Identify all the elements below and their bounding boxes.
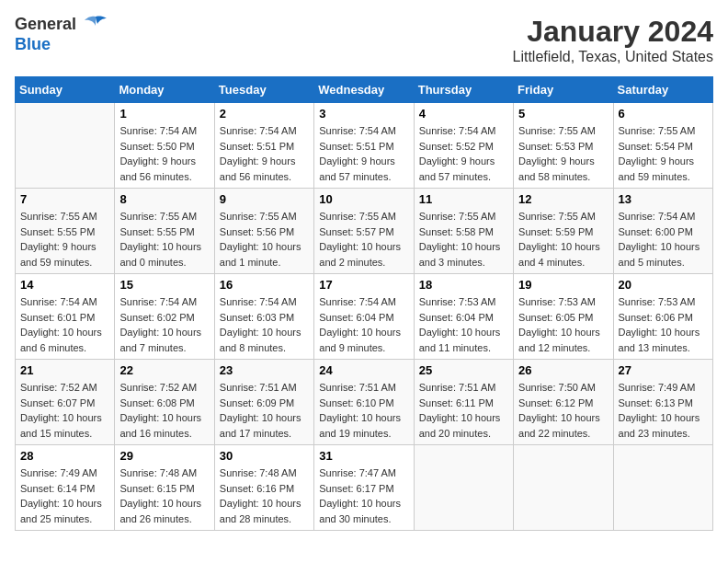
day-number: 13 bbox=[619, 192, 708, 206]
cell-content: Sunrise: 7:54 AMSunset: 6:01 PMDaylight:… bbox=[20, 294, 109, 355]
cell-content: Sunrise: 7:47 AMSunset: 6:17 PMDaylight:… bbox=[319, 465, 408, 526]
day-number: 27 bbox=[619, 363, 708, 377]
logo-text: General bbox=[15, 15, 108, 35]
cell-content: Sunrise: 7:49 AMSunset: 6:14 PMDaylight:… bbox=[20, 465, 109, 526]
day-number: 12 bbox=[518, 192, 608, 206]
calendar-cell: 23Sunrise: 7:51 AMSunset: 6:09 PMDayligh… bbox=[214, 360, 313, 445]
day-number: 31 bbox=[319, 449, 408, 463]
cell-content: Sunrise: 7:48 AMSunset: 6:16 PMDaylight:… bbox=[220, 465, 309, 526]
calendar-cell: 17Sunrise: 7:54 AMSunset: 6:04 PMDayligh… bbox=[314, 274, 414, 360]
calendar-cell: 18Sunrise: 7:53 AMSunset: 6:04 PMDayligh… bbox=[414, 274, 513, 360]
calendar-cell: 30Sunrise: 7:48 AMSunset: 6:16 PMDayligh… bbox=[214, 445, 313, 531]
title-block: January 2024 Littlefield, Texas, United … bbox=[513, 15, 714, 65]
calendar-cell: 10Sunrise: 7:55 AMSunset: 5:57 PMDayligh… bbox=[314, 189, 414, 274]
weekday-header-saturday: Saturday bbox=[613, 77, 712, 103]
weekday-header-sunday: Sunday bbox=[16, 77, 115, 103]
day-number: 20 bbox=[619, 278, 708, 292]
weekday-header-thursday: Thursday bbox=[414, 77, 513, 103]
cell-content: Sunrise: 7:52 AMSunset: 6:08 PMDaylight:… bbox=[119, 380, 209, 441]
day-number: 28 bbox=[20, 449, 109, 463]
cell-content: Sunrise: 7:53 AMSunset: 6:06 PMDaylight:… bbox=[619, 294, 708, 355]
calendar-week-row: 7Sunrise: 7:55 AMSunset: 5:55 PMDaylight… bbox=[16, 189, 713, 274]
calendar-week-row: 21Sunrise: 7:52 AMSunset: 6:07 PMDayligh… bbox=[16, 360, 713, 445]
cell-content: Sunrise: 7:50 AMSunset: 6:12 PMDaylight:… bbox=[518, 380, 608, 441]
cell-content: Sunrise: 7:54 AMSunset: 6:00 PMDaylight:… bbox=[619, 209, 708, 270]
logo-bird-icon bbox=[83, 15, 108, 35]
calendar-subtitle: Littlefield, Texas, United States bbox=[513, 49, 714, 65]
cell-content: Sunrise: 7:54 AMSunset: 5:51 PMDaylight:… bbox=[220, 123, 309, 184]
day-number: 21 bbox=[20, 363, 109, 377]
day-number: 10 bbox=[319, 192, 408, 206]
calendar-cell bbox=[514, 445, 613, 531]
calendar-cell: 7Sunrise: 7:55 AMSunset: 5:55 PMDaylight… bbox=[16, 189, 115, 274]
cell-content: Sunrise: 7:55 AMSunset: 5:59 PMDaylight:… bbox=[518, 209, 608, 270]
cell-content: Sunrise: 7:55 AMSunset: 5:57 PMDaylight:… bbox=[319, 209, 408, 270]
cell-content: Sunrise: 7:54 AMSunset: 6:02 PMDaylight:… bbox=[119, 294, 209, 355]
calendar-cell: 9Sunrise: 7:55 AMSunset: 5:56 PMDaylight… bbox=[214, 189, 313, 274]
cell-content: Sunrise: 7:55 AMSunset: 5:54 PMDaylight:… bbox=[619, 123, 708, 184]
cell-content: Sunrise: 7:54 AMSunset: 6:04 PMDaylight:… bbox=[319, 294, 408, 355]
cell-content: Sunrise: 7:51 AMSunset: 6:10 PMDaylight:… bbox=[319, 380, 408, 441]
calendar-cell: 24Sunrise: 7:51 AMSunset: 6:10 PMDayligh… bbox=[314, 360, 414, 445]
calendar-cell bbox=[613, 445, 712, 531]
calendar-cell: 13Sunrise: 7:54 AMSunset: 6:00 PMDayligh… bbox=[613, 189, 712, 274]
cell-content: Sunrise: 7:55 AMSunset: 5:53 PMDaylight:… bbox=[518, 123, 608, 184]
cell-content: Sunrise: 7:55 AMSunset: 5:55 PMDaylight:… bbox=[20, 209, 109, 270]
day-number: 16 bbox=[220, 278, 309, 292]
day-number: 9 bbox=[220, 192, 309, 206]
calendar-cell: 12Sunrise: 7:55 AMSunset: 5:59 PMDayligh… bbox=[514, 189, 613, 274]
calendar-cell: 1Sunrise: 7:54 AMSunset: 5:50 PMDaylight… bbox=[115, 103, 214, 189]
cell-content: Sunrise: 7:51 AMSunset: 6:11 PMDaylight:… bbox=[419, 380, 508, 441]
cell-content: Sunrise: 7:55 AMSunset: 5:55 PMDaylight:… bbox=[119, 209, 209, 270]
calendar-week-row: 1Sunrise: 7:54 AMSunset: 5:50 PMDaylight… bbox=[16, 103, 713, 189]
day-number: 7 bbox=[20, 192, 109, 206]
day-number: 5 bbox=[518, 107, 608, 121]
day-number: 14 bbox=[20, 278, 109, 292]
calendar-cell: 14Sunrise: 7:54 AMSunset: 6:01 PMDayligh… bbox=[16, 274, 115, 360]
cell-content: Sunrise: 7:54 AMSunset: 6:03 PMDaylight:… bbox=[220, 294, 309, 355]
calendar-cell: 5Sunrise: 7:55 AMSunset: 5:53 PMDaylight… bbox=[514, 103, 613, 189]
weekday-header-tuesday: Tuesday bbox=[214, 77, 313, 103]
calendar-title: January 2024 bbox=[513, 15, 714, 49]
weekday-header-monday: Monday bbox=[115, 77, 214, 103]
day-number: 22 bbox=[119, 363, 209, 377]
weekday-header-wednesday: Wednesday bbox=[314, 77, 414, 103]
cell-content: Sunrise: 7:51 AMSunset: 6:09 PMDaylight:… bbox=[220, 380, 309, 441]
weekday-header-friday: Friday bbox=[514, 77, 613, 103]
calendar-cell: 16Sunrise: 7:54 AMSunset: 6:03 PMDayligh… bbox=[214, 274, 313, 360]
day-number: 23 bbox=[220, 363, 309, 377]
day-number: 1 bbox=[119, 107, 209, 121]
day-number: 18 bbox=[419, 278, 508, 292]
calendar-cell: 28Sunrise: 7:49 AMSunset: 6:14 PMDayligh… bbox=[16, 445, 115, 531]
calendar-week-row: 28Sunrise: 7:49 AMSunset: 6:14 PMDayligh… bbox=[16, 445, 713, 531]
calendar-cell: 2Sunrise: 7:54 AMSunset: 5:51 PMDaylight… bbox=[214, 103, 313, 189]
calendar-cell: 21Sunrise: 7:52 AMSunset: 6:07 PMDayligh… bbox=[16, 360, 115, 445]
day-number: 4 bbox=[419, 107, 508, 121]
day-number: 3 bbox=[319, 107, 408, 121]
weekday-header-row: SundayMondayTuesdayWednesdayThursdayFrid… bbox=[16, 77, 713, 103]
calendar-cell: 20Sunrise: 7:53 AMSunset: 6:06 PMDayligh… bbox=[613, 274, 712, 360]
calendar-cell: 8Sunrise: 7:55 AMSunset: 5:55 PMDaylight… bbox=[115, 189, 214, 274]
calendar-cell: 3Sunrise: 7:54 AMSunset: 5:51 PMDaylight… bbox=[314, 103, 414, 189]
calendar-table: SundayMondayTuesdayWednesdayThursdayFrid… bbox=[15, 76, 713, 531]
cell-content: Sunrise: 7:53 AMSunset: 6:04 PMDaylight:… bbox=[419, 294, 508, 355]
cell-content: Sunrise: 7:55 AMSunset: 5:58 PMDaylight:… bbox=[419, 209, 508, 270]
cell-content: Sunrise: 7:53 AMSunset: 6:05 PMDaylight:… bbox=[518, 294, 608, 355]
calendar-cell: 19Sunrise: 7:53 AMSunset: 6:05 PMDayligh… bbox=[514, 274, 613, 360]
calendar-cell: 6Sunrise: 7:55 AMSunset: 5:54 PMDaylight… bbox=[613, 103, 712, 189]
cell-content: Sunrise: 7:48 AMSunset: 6:15 PMDaylight:… bbox=[119, 465, 209, 526]
day-number: 25 bbox=[419, 363, 508, 377]
cell-content: Sunrise: 7:55 AMSunset: 5:56 PMDaylight:… bbox=[220, 209, 309, 270]
day-number: 8 bbox=[119, 192, 209, 206]
cell-content: Sunrise: 7:54 AMSunset: 5:52 PMDaylight:… bbox=[419, 123, 508, 184]
calendar-cell: 29Sunrise: 7:48 AMSunset: 6:15 PMDayligh… bbox=[115, 445, 214, 531]
day-number: 26 bbox=[518, 363, 608, 377]
calendar-week-row: 14Sunrise: 7:54 AMSunset: 6:01 PMDayligh… bbox=[16, 274, 713, 360]
day-number: 30 bbox=[220, 449, 309, 463]
calendar-cell: 15Sunrise: 7:54 AMSunset: 6:02 PMDayligh… bbox=[115, 274, 214, 360]
day-number: 2 bbox=[220, 107, 309, 121]
logo-blue-text: Blue bbox=[15, 35, 108, 55]
calendar-cell: 27Sunrise: 7:49 AMSunset: 6:13 PMDayligh… bbox=[613, 360, 712, 445]
calendar-cell: 25Sunrise: 7:51 AMSunset: 6:11 PMDayligh… bbox=[414, 360, 513, 445]
day-number: 29 bbox=[119, 449, 209, 463]
